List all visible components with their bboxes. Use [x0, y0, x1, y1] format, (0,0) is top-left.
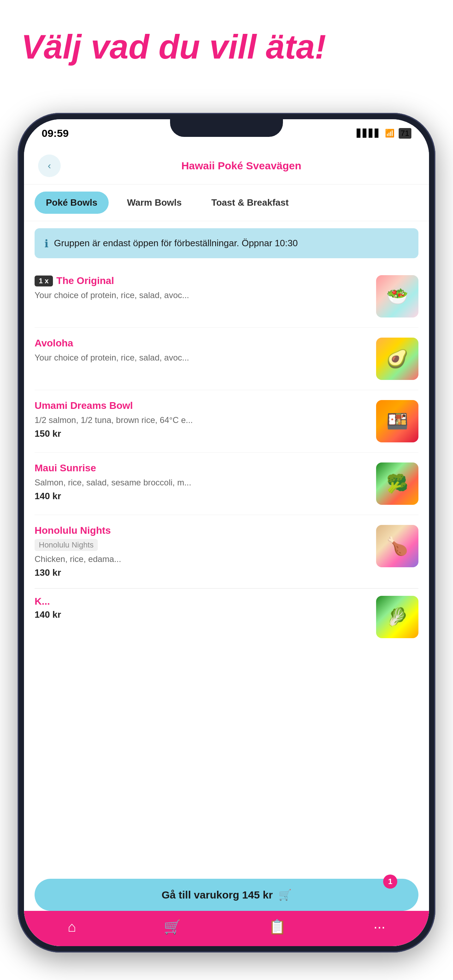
phone-notch — [170, 119, 283, 137]
back-button[interactable]: ‹ — [38, 154, 61, 177]
signal-icon: ▋▋▋▋ — [357, 129, 381, 138]
category-tabs: Poké Bowls Warm Bowls Toast & Breakfast — [24, 185, 429, 221]
menu-item-image: 🥑 — [376, 337, 418, 380]
nav-more[interactable]: ··· — [374, 919, 385, 935]
cart-button[interactable]: 1 Gå till varukorg 145 kr 🛒 — [35, 879, 418, 911]
restaurant-title: Hawaii Poké Sveavägen — [68, 160, 415, 172]
menu-item-price: 150 kr — [35, 428, 369, 439]
phone-screen: 09:59 ▋▋▋▋ 📶 71 ‹ Hawaii Poké Sveavägen … — [24, 119, 429, 946]
menu-item-name: Avoloha — [35, 337, 369, 349]
menu-item-name: 1 x The Original — [35, 275, 369, 286]
menu-item-tag: Honolulu Nights — [35, 539, 98, 551]
cart-badge: 1 — [383, 875, 397, 889]
menu-item-image: 🍱 — [376, 400, 418, 442]
info-icon: ℹ — [45, 237, 48, 250]
menu-item-honolulu-nights[interactable]: Honolulu Nights Honolulu Nights Chicken,… — [35, 515, 418, 589]
menu-item-desc: Your choice of protein, rice, salad, avo… — [35, 289, 369, 301]
menu-item-desc: Chicken, rice, edama... — [35, 553, 369, 565]
menu-item-name: Honolulu Nights — [35, 525, 369, 536]
nav-orders[interactable]: 📋 — [269, 919, 286, 935]
menu-item-desc: Salmon, rice, salad, sesame broccoli, m.… — [35, 477, 369, 488]
menu-item-price: 140 kr — [35, 491, 369, 502]
home-icon: ⌂ — [68, 919, 76, 935]
info-banner-text: Gruppen är endast öppen för förbeställni… — [54, 237, 298, 250]
menu-item-name: Maui Sunrise — [35, 463, 369, 474]
page-heading: Välj vad du vill äta! — [21, 28, 326, 65]
nav-cart[interactable]: 🛒 — [164, 919, 181, 935]
cart-icon: 🛒 — [164, 919, 181, 935]
cart-bar-text: Gå till varukorg 145 kr — [162, 889, 273, 901]
item-badge: 1 x — [35, 275, 53, 286]
app-header: ‹ Hawaii Poké Sveavägen — [24, 148, 429, 185]
partial-item-name: K... — [35, 596, 61, 607]
status-icons: ▋▋▋▋ 📶 71 — [357, 128, 412, 138]
menu-item-content: Umami Dreams Bowl 1/2 salmon, 1/2 tuna, … — [35, 400, 369, 439]
menu-item-content: 1 x The Original Your choice of protein,… — [35, 275, 369, 303]
partial-menu-item[interactable]: K... 140 kr 🥬 — [35, 589, 418, 638]
menu-item-avoloha[interactable]: Avoloha Your choice of protein, rice, sa… — [35, 328, 418, 390]
menu-list: 1 x The Original Your choice of protein,… — [24, 265, 429, 589]
menu-item-tags: Honolulu Nights — [35, 539, 369, 551]
partial-item-image: 🥬 — [376, 596, 418, 638]
battery-icon: 71 — [399, 128, 412, 138]
more-icon: ··· — [374, 919, 385, 935]
cart-bar-icon: 🛒 — [278, 889, 291, 901]
status-time: 09:59 — [41, 127, 69, 139]
bottom-nav: ⌂ 🛒 📋 ··· — [24, 911, 429, 946]
menu-item-desc: Your choice of protein, rice, salad, avo… — [35, 352, 369, 364]
wifi-icon: 📶 — [385, 129, 394, 138]
nav-home[interactable]: ⌂ — [68, 919, 76, 935]
info-banner: ℹ Gruppen är endast öppen för förbeställ… — [35, 228, 418, 258]
menu-item-umami-dreams[interactable]: Umami Dreams Bowl 1/2 salmon, 1/2 tuna, … — [35, 390, 418, 453]
menu-item-content: Avoloha Your choice of protein, rice, sa… — [35, 337, 369, 366]
menu-item-content: Maui Sunrise Salmon, rice, salad, sesame… — [35, 463, 369, 502]
menu-item-the-original[interactable]: 1 x The Original Your choice of protein,… — [35, 265, 418, 328]
app-content: ‹ Hawaii Poké Sveavägen Poké Bowls Warm … — [24, 148, 429, 946]
tab-poke-bowls[interactable]: Poké Bowls — [35, 192, 109, 214]
menu-item-desc: 1/2 salmon, 1/2 tuna, brown rice, 64°C e… — [35, 414, 369, 426]
menu-item-content: Honolulu Nights Honolulu Nights Chicken,… — [35, 525, 369, 578]
menu-item-image: 🥗 — [376, 275, 418, 318]
orders-icon: 📋 — [269, 919, 286, 935]
menu-item-price: 130 kr — [35, 567, 369, 578]
partial-item-price: 140 kr — [35, 609, 61, 620]
menu-item-image: 🥦 — [376, 463, 418, 505]
tab-toast-breakfast[interactable]: Toast & Breakfast — [200, 192, 300, 214]
menu-item-image: 🍗 — [376, 525, 418, 567]
menu-item-maui-sunrise[interactable]: Maui Sunrise Salmon, rice, salad, sesame… — [35, 453, 418, 515]
menu-item-name: Umami Dreams Bowl — [35, 400, 369, 411]
tab-warm-bowls[interactable]: Warm Bowls — [116, 192, 193, 214]
phone-frame: 09:59 ▋▋▋▋ 📶 71 ‹ Hawaii Poké Sveavägen … — [17, 113, 436, 953]
